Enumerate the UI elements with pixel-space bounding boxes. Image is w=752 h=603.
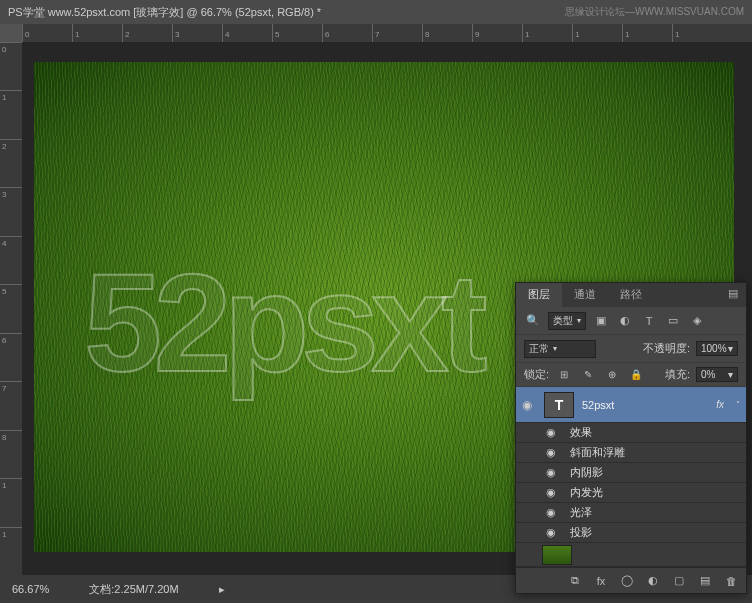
effect-bevel[interactable]: ◉ 斜面和浮雕 <box>516 443 746 463</box>
layer-name[interactable]: 52psxt <box>582 399 708 411</box>
effect-satin[interactable]: ◉ 光泽 <box>516 503 746 523</box>
filter-pixel-icon[interactable]: ▣ <box>592 313 610 329</box>
new-layer-icon[interactable]: ▤ <box>696 573 714 589</box>
effect-inner-shadow[interactable]: ◉ 内阴影 <box>516 463 746 483</box>
doc-info[interactable]: 文档:2.25M/7.20M <box>89 582 178 597</box>
filter-shape-icon[interactable]: ▭ <box>664 313 682 329</box>
opacity-label: 不透明度: <box>643 341 690 356</box>
effect-drop-shadow[interactable]: ◉ 投影 <box>516 523 746 543</box>
adjustment-icon[interactable]: ◐ <box>644 573 662 589</box>
layer-thumbnail <box>542 545 572 565</box>
filter-adjust-icon[interactable]: ◐ <box>616 313 634 329</box>
filter-row: 🔍 类型 ▣ ◐ T ▭ ◈ <box>516 307 746 335</box>
filter-text-icon[interactable]: T <box>640 313 658 329</box>
tab-channels[interactable]: 通道 <box>562 283 608 307</box>
tab-paths[interactable]: 路径 <box>608 283 654 307</box>
layer-background-partial[interactable] <box>516 543 746 567</box>
title-bar: PS学堂 www.52psxt.com [玻璃字效] @ 66.7% (52ps… <box>0 0 752 24</box>
lock-all-icon[interactable]: 🔒 <box>627 367 645 383</box>
blend-row: 正常 不透明度: 100%▾ <box>516 335 746 363</box>
layer-list: ◉ T 52psxt fx ˅ ◉ 效果 ◉ 斜面和浮雕 ◉ 内阴影 ◉ 内发光… <box>516 387 746 567</box>
group-icon[interactable]: ▢ <box>670 573 688 589</box>
glass-text-effect: 52psxt <box>84 242 480 404</box>
ruler-vertical[interactable]: 01234567811 <box>0 42 22 575</box>
filter-smart-icon[interactable]: ◈ <box>688 313 706 329</box>
ruler-horizontal[interactable]: 01234567891111 <box>22 24 752 42</box>
visibility-eye-icon[interactable]: ◉ <box>546 446 560 459</box>
visibility-eye-icon[interactable]: ◉ <box>546 526 560 539</box>
search-icon[interactable]: 🔍 <box>524 313 542 329</box>
link-layers-icon[interactable]: ⧉ <box>566 573 584 589</box>
watermark: 思缘设计论坛—WWW.MISSVUAN.COM <box>565 5 744 19</box>
status-arrow[interactable]: ▸ <box>219 583 225 596</box>
tab-layers[interactable]: 图层 <box>516 283 562 307</box>
fill-input[interactable]: 0%▾ <box>696 367 738 382</box>
layers-panel[interactable]: 图层 通道 路径 ▤ 🔍 类型 ▣ ◐ T ▭ ◈ 正常 不透明度: 100%▾… <box>515 282 747 594</box>
blend-mode-select[interactable]: 正常 <box>524 340 596 358</box>
panel-tabs: 图层 通道 路径 ▤ <box>516 283 746 307</box>
visibility-eye-icon[interactable]: ◉ <box>546 486 560 499</box>
fx-collapse-icon[interactable]: ˅ <box>736 400 740 409</box>
layer-thumbnail[interactable]: T <box>544 392 574 418</box>
visibility-eye-icon[interactable]: ◉ <box>546 426 560 439</box>
opacity-input[interactable]: 100%▾ <box>696 341 738 356</box>
panel-menu-icon[interactable]: ▤ <box>720 283 746 307</box>
kind-select[interactable]: 类型 <box>548 312 586 330</box>
document-title: PS学堂 www.52psxt.com [玻璃字效] @ 66.7% (52ps… <box>8 5 565 20</box>
fx-badge[interactable]: fx <box>716 399 728 410</box>
panel-footer: ⧉ fx ◯ ◐ ▢ ▤ 🗑 <box>516 567 746 593</box>
fx-icon[interactable]: fx <box>592 573 610 589</box>
fill-label: 填充: <box>665 367 690 382</box>
visibility-eye-icon[interactable]: ◉ <box>546 506 560 519</box>
lock-label: 锁定: <box>524 367 549 382</box>
effects-header[interactable]: ◉ 效果 <box>516 423 746 443</box>
visibility-eye-icon[interactable]: ◉ <box>522 398 536 412</box>
lock-row: 锁定: ⊞ ✎ ⊕ 🔒 填充: 0%▾ <box>516 363 746 387</box>
effect-inner-glow[interactable]: ◉ 内发光 <box>516 483 746 503</box>
lock-brush-icon[interactable]: ✎ <box>579 367 597 383</box>
layer-52psxt[interactable]: ◉ T 52psxt fx ˅ <box>516 387 746 423</box>
lock-position-icon[interactable]: ⊕ <box>603 367 621 383</box>
trash-icon[interactable]: 🗑 <box>722 573 740 589</box>
lock-transparent-icon[interactable]: ⊞ <box>555 367 573 383</box>
zoom-level[interactable]: 66.67% <box>12 583 49 595</box>
visibility-eye-icon[interactable]: ◉ <box>546 466 560 479</box>
mask-icon[interactable]: ◯ <box>618 573 636 589</box>
